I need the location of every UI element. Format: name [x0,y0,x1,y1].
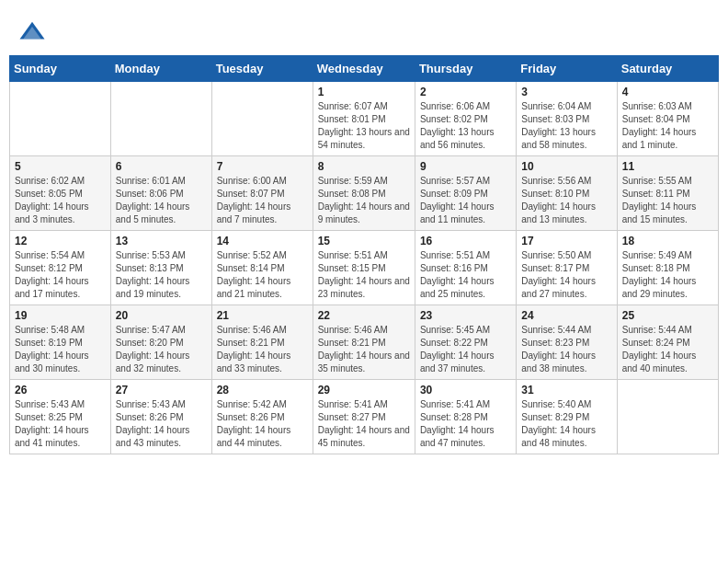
day-number: 6 [116,160,207,173]
day-number: 4 [622,86,713,98]
calendar-cell: 18Sunrise: 5:49 AMSunset: 8:18 PMDayligh… [617,231,718,305]
calendar-cell: 24Sunrise: 5:44 AMSunset: 8:23 PMDayligh… [517,305,617,380]
day-info: Sunrise: 5:57 AMSunset: 8:09 PMDaylight:… [420,175,511,226]
calendar-cell: 4Sunrise: 6:03 AMSunset: 8:04 PMDaylight… [617,82,718,156]
calendar-cell: 19Sunrise: 5:48 AMSunset: 8:19 PMDayligh… [10,305,111,380]
calendar-cell: 27Sunrise: 5:43 AMSunset: 8:26 PMDayligh… [110,380,211,454]
calendar-cell: 21Sunrise: 5:46 AMSunset: 8:21 PMDayligh… [211,305,313,380]
day-info: Sunrise: 5:47 AMSunset: 8:20 PMDaylight:… [116,324,207,375]
calendar-cell: 31Sunrise: 5:40 AMSunset: 8:29 PMDayligh… [517,380,617,454]
day-number: 17 [521,235,611,247]
day-info: Sunrise: 5:59 AMSunset: 8:08 PMDaylight:… [318,175,410,226]
day-number: 30 [420,384,511,396]
day-info: Sunrise: 5:51 AMSunset: 8:15 PMDaylight:… [318,249,410,301]
day-info: Sunrise: 6:02 AMSunset: 8:05 PMDaylight:… [15,175,106,226]
day-info: Sunrise: 5:42 AMSunset: 8:26 PMDaylight:… [217,398,308,450]
calendar-cell: 10Sunrise: 5:56 AMSunset: 8:10 PMDayligh… [517,156,617,231]
calendar-cell: 3Sunrise: 6:04 AMSunset: 8:03 PMDaylight… [517,82,617,156]
calendar-cell [617,380,718,454]
day-number: 2 [420,86,511,98]
day-number: 23 [420,309,511,322]
day-info: Sunrise: 5:46 AMSunset: 8:21 PMDaylight:… [318,324,410,375]
day-number: 13 [116,235,207,247]
calendar-cell: 25Sunrise: 5:44 AMSunset: 8:24 PMDayligh… [617,305,718,380]
day-number: 14 [217,235,308,247]
day-number: 12 [15,235,106,247]
col-header-monday: Monday [110,56,211,82]
col-header-thursday: Thursday [415,56,516,82]
calendar-cell [10,82,111,156]
day-info: Sunrise: 6:04 AMSunset: 8:03 PMDaylight:… [521,100,611,152]
col-header-sunday: Sunday [10,56,111,82]
day-number: 31 [521,384,611,396]
calendar-cell: 20Sunrise: 5:47 AMSunset: 8:20 PMDayligh… [110,305,211,380]
day-number: 22 [318,309,410,322]
day-number: 26 [15,384,106,396]
day-number: 15 [318,235,410,247]
day-info: Sunrise: 5:40 AMSunset: 8:29 PMDaylight:… [521,398,611,450]
day-info: Sunrise: 6:07 AMSunset: 8:01 PMDaylight:… [318,100,410,152]
calendar-header-row: SundayMondayTuesdayWednesdayThursdayFrid… [10,56,719,82]
day-info: Sunrise: 5:44 AMSunset: 8:23 PMDaylight:… [521,324,611,375]
day-number: 5 [15,160,106,173]
calendar-week-2: 5Sunrise: 6:02 AMSunset: 8:05 PMDaylight… [10,156,719,231]
calendar-cell: 11Sunrise: 5:55 AMSunset: 8:11 PMDayligh… [617,156,718,231]
day-number: 18 [622,235,713,247]
day-info: Sunrise: 5:52 AMSunset: 8:14 PMDaylight:… [217,249,308,301]
day-number: 25 [622,309,713,322]
calendar-week-1: 1Sunrise: 6:07 AMSunset: 8:01 PMDaylight… [10,82,719,156]
day-info: Sunrise: 5:44 AMSunset: 8:24 PMDaylight:… [622,324,713,375]
day-number: 16 [420,235,511,247]
calendar-cell: 23Sunrise: 5:45 AMSunset: 8:22 PMDayligh… [415,305,516,380]
day-info: Sunrise: 5:51 AMSunset: 8:16 PMDaylight:… [420,249,511,301]
day-number: 24 [521,309,611,322]
day-number: 27 [116,384,207,396]
calendar-cell: 12Sunrise: 5:54 AMSunset: 8:12 PMDayligh… [10,231,111,305]
day-info: Sunrise: 5:46 AMSunset: 8:21 PMDaylight:… [217,324,308,375]
day-info: Sunrise: 5:41 AMSunset: 8:28 PMDaylight:… [420,398,511,450]
logo [18,18,50,46]
calendar-cell: 30Sunrise: 5:41 AMSunset: 8:28 PMDayligh… [415,380,516,454]
day-info: Sunrise: 5:50 AMSunset: 8:17 PMDaylight:… [521,249,611,301]
calendar-cell: 16Sunrise: 5:51 AMSunset: 8:16 PMDayligh… [415,231,516,305]
calendar-week-3: 12Sunrise: 5:54 AMSunset: 8:12 PMDayligh… [10,231,719,305]
day-number: 10 [521,160,611,173]
day-info: Sunrise: 5:45 AMSunset: 8:22 PMDaylight:… [420,324,511,375]
day-info: Sunrise: 5:53 AMSunset: 8:13 PMDaylight:… [116,249,207,301]
day-info: Sunrise: 5:41 AMSunset: 8:27 PMDaylight:… [318,398,410,450]
day-info: Sunrise: 6:01 AMSunset: 8:06 PMDaylight:… [116,175,207,226]
col-header-saturday: Saturday [617,56,718,82]
calendar-cell: 7Sunrise: 6:00 AMSunset: 8:07 PMDaylight… [211,156,313,231]
day-number: 11 [622,160,713,173]
day-number: 3 [521,86,611,98]
day-number: 20 [116,309,207,322]
calendar-cell [211,82,313,156]
day-number: 7 [217,160,308,173]
logo-icon [18,18,46,46]
calendar-cell: 28Sunrise: 5:42 AMSunset: 8:26 PMDayligh… [211,380,313,454]
day-number: 19 [15,309,106,322]
page-header [9,9,719,51]
col-header-wednesday: Wednesday [313,56,415,82]
calendar-cell: 1Sunrise: 6:07 AMSunset: 8:01 PMDaylight… [313,82,415,156]
calendar-cell: 13Sunrise: 5:53 AMSunset: 8:13 PMDayligh… [110,231,211,305]
calendar-cell: 26Sunrise: 5:43 AMSunset: 8:25 PMDayligh… [10,380,111,454]
day-number: 1 [318,86,410,98]
day-info: Sunrise: 6:06 AMSunset: 8:02 PMDaylight:… [420,100,511,152]
calendar-cell: 22Sunrise: 5:46 AMSunset: 8:21 PMDayligh… [313,305,415,380]
calendar-cell: 2Sunrise: 6:06 AMSunset: 8:02 PMDaylight… [415,82,516,156]
calendar-week-5: 26Sunrise: 5:43 AMSunset: 8:25 PMDayligh… [10,380,719,454]
day-info: Sunrise: 6:00 AMSunset: 8:07 PMDaylight:… [217,175,308,226]
day-info: Sunrise: 5:48 AMSunset: 8:19 PMDaylight:… [15,324,106,375]
day-info: Sunrise: 6:03 AMSunset: 8:04 PMDaylight:… [622,100,713,152]
day-number: 9 [420,160,511,173]
day-number: 21 [217,309,308,322]
calendar-cell: 17Sunrise: 5:50 AMSunset: 8:17 PMDayligh… [517,231,617,305]
day-number: 28 [217,384,308,396]
calendar-cell [110,82,211,156]
calendar-table: SundayMondayTuesdayWednesdayThursdayFrid… [9,55,719,454]
day-info: Sunrise: 5:49 AMSunset: 8:18 PMDaylight:… [622,249,713,301]
calendar-cell: 29Sunrise: 5:41 AMSunset: 8:27 PMDayligh… [313,380,415,454]
day-info: Sunrise: 5:56 AMSunset: 8:10 PMDaylight:… [521,175,611,226]
calendar-cell: 9Sunrise: 5:57 AMSunset: 8:09 PMDaylight… [415,156,516,231]
